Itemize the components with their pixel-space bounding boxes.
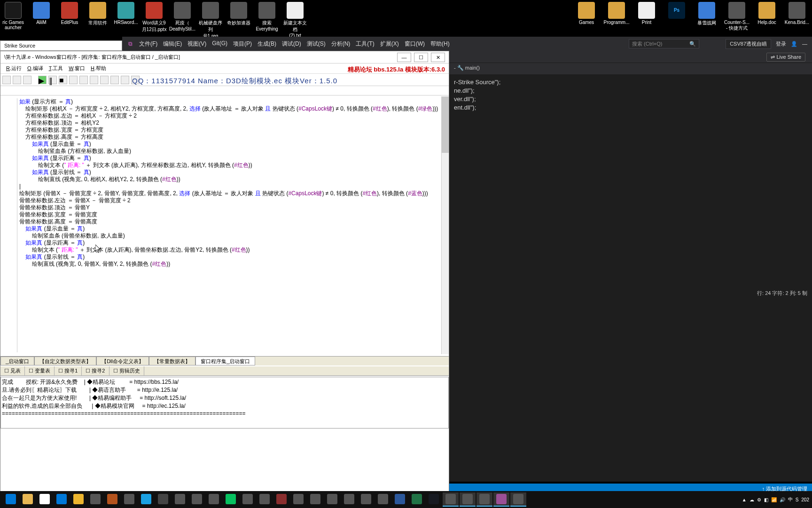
- vs-menu-item[interactable]: 文件(F): [136, 38, 160, 50]
- epl-tool-tab[interactable]: ☐ 剪辑历史: [109, 366, 144, 375]
- desktop-icon[interactable]: Word讲义9月12日.pptx: [141, 2, 167, 36]
- desktop-icon[interactable]: 机械硬盘序列号1.reg: [197, 2, 224, 36]
- taskbar-item-app12[interactable]: [324, 492, 340, 507]
- toolbar-button[interactable]: [23, 76, 31, 84]
- vs-breadcrumb[interactable]: - 🔧 main(): [449, 63, 812, 74]
- taskbar-item-vs[interactable]: [493, 492, 509, 507]
- taskbar-item-app11[interactable]: [307, 492, 323, 507]
- epl-tab[interactable]: 【自定义数据类型表】: [34, 357, 96, 365]
- desktop-icon[interactable]: HRSword...: [113, 2, 139, 36]
- desktop-icon[interactable]: Kena.Brid...: [784, 2, 810, 32]
- epl-tool-tab[interactable]: ☐ 搜寻2: [82, 366, 109, 375]
- taskbar-item-edge[interactable]: [3, 492, 19, 507]
- epl-tab[interactable]: 【常量数据表】: [149, 357, 195, 365]
- epl-menu-item[interactable]: W.窗口: [66, 64, 88, 73]
- close-button[interactable]: ✕: [431, 53, 445, 62]
- live-share-button[interactable]: ⇌ Live Share: [766, 53, 805, 62]
- vs-menu-item[interactable]: Git(G): [209, 38, 230, 50]
- taskbar-item-word[interactable]: [392, 492, 408, 507]
- taskbar-item-app19[interactable]: [510, 492, 526, 507]
- taskbar-item-explorer[interactable]: [20, 492, 36, 507]
- toolbar-button[interactable]: [100, 76, 109, 84]
- vs-menu-item[interactable]: 分析(N): [328, 38, 353, 50]
- epl-console[interactable]: 完成 授权: 开源&永久免费 | ◆精易论坛 = https://bbs.125…: [0, 377, 449, 429]
- desktop-icon[interactable]: Counter-S...- 快捷方式: [724, 2, 750, 32]
- vs-menu-item[interactable]: 调试(D): [279, 38, 304, 50]
- taskbar-item-app17[interactable]: [460, 492, 476, 507]
- taskbar-item-app7[interactable]: [206, 492, 222, 507]
- desktop-icon[interactable]: EditPlus: [56, 2, 83, 36]
- desktop-icon[interactable]: Ps: [664, 2, 690, 32]
- vs-menu-item[interactable]: 工具(T): [353, 38, 377, 50]
- vs-menu-item[interactable]: 生成(B): [255, 38, 279, 50]
- vs-search-box[interactable]: 搜索 (Ctrl+Q) 🔍: [629, 39, 699, 48]
- tray-icon[interactable]: S: [796, 497, 799, 502]
- taskbar-item-app8[interactable]: [240, 492, 256, 507]
- epl-tab[interactable]: _启动窗口: [0, 357, 34, 365]
- tray-icon[interactable]: ☁: [750, 497, 754, 502]
- minimize-button[interactable]: —: [397, 53, 411, 62]
- vs-user-icon[interactable]: 👤: [791, 41, 797, 47]
- epl-menu-item[interactable]: R.运行: [3, 64, 24, 73]
- vertical-scrollbar[interactable]: [441, 96, 449, 354]
- vs-config-dropdown[interactable]: CSV87透视自瞄: [726, 39, 771, 49]
- desktop-icon[interactable]: 搜索Everything: [254, 2, 280, 36]
- epl-menu-item[interactable]: O.编译: [24, 64, 46, 73]
- epl-menu-item[interactable]: H.帮助: [88, 64, 109, 73]
- taskbar-item-excel[interactable]: [409, 492, 425, 507]
- taskbar-item-app5[interactable]: [172, 492, 188, 507]
- vs-login-link[interactable]: 登录: [776, 40, 786, 48]
- toolbar-button[interactable]: [13, 76, 21, 84]
- system-tray[interactable]: ▲☁⚙◧📶🔊中S202: [742, 496, 809, 503]
- taskbar-item-app14[interactable]: [358, 492, 374, 507]
- desktop-icon[interactable]: Print: [633, 2, 660, 32]
- tray-icon[interactable]: ◧: [764, 497, 768, 502]
- desktop-icon[interactable]: AliiM: [28, 2, 55, 36]
- desktop-icon[interactable]: 奇妙加速器: [226, 2, 252, 36]
- taskbar-item-app4[interactable]: [155, 492, 171, 507]
- taskbar-item-wechat[interactable]: [223, 492, 239, 507]
- tray-icon[interactable]: 🔊: [780, 497, 785, 502]
- desktop-icon[interactable]: Help.doc: [754, 2, 780, 32]
- vs-menu-item[interactable]: 测试(S): [304, 38, 328, 50]
- pause-button[interactable]: ‖: [48, 76, 57, 84]
- epl-tab[interactable]: 窗口程序集_启动窗口: [195, 357, 255, 365]
- vs-editor[interactable]: - 🔧 main() r-Strike Source");ne.dll");ve…: [449, 63, 812, 482]
- stop-button[interactable]: ■: [59, 76, 67, 84]
- taskbar-item-app13[interactable]: [341, 492, 357, 507]
- desktop-icon[interactable]: 暴雪战网: [694, 2, 720, 32]
- epl-tab[interactable]: 【Dll命令定义表】: [96, 357, 149, 365]
- taskbar-item-store[interactable]: [37, 492, 53, 507]
- tray-icon[interactable]: 中: [788, 496, 793, 503]
- taskbar-item-app15[interactable]: [375, 492, 391, 507]
- epl-tool-tab[interactable]: ☐ 搜寻1: [55, 366, 82, 375]
- taskbar-item-app10[interactable]: [290, 492, 306, 507]
- vs-menu-item[interactable]: 扩展(X): [377, 38, 402, 50]
- vs-minimize-button[interactable]: —: [802, 41, 807, 47]
- taskbar-item-app2[interactable]: [104, 492, 120, 507]
- scrollbar-thumb[interactable]: [442, 96, 449, 153]
- desktop-icon[interactable]: 死疫（DeathlyStil...: [169, 2, 195, 36]
- desktop-icon[interactable]: Games: [573, 2, 600, 32]
- toolbar-button[interactable]: [121, 76, 129, 84]
- toolbar-button[interactable]: [69, 76, 78, 84]
- vs-menu-item[interactable]: 帮助(H): [428, 38, 453, 50]
- vs-menu-item[interactable]: 视图(V): [185, 38, 209, 50]
- taskbar-item-app9[interactable]: [257, 492, 273, 507]
- desktop-icon[interactable]: 常用软件: [85, 2, 111, 36]
- epl-titlebar[interactable]: \第十九课.e - Windows窗口程序 - [程序集: 窗口程序集_启动窗口…: [0, 51, 449, 64]
- taskbar-item-sys[interactable]: [273, 492, 289, 507]
- toolbar-button[interactable]: [2, 76, 11, 84]
- tray-icon[interactable]: 📶: [771, 497, 777, 502]
- run-button[interactable]: ▶: [38, 76, 47, 84]
- taskbar-item-app16[interactable]: [443, 492, 459, 507]
- epl-code-editor[interactable]: 如果 (显示方框 ＝ 真) 绘制矩形 (相机X － 方框宽度 ÷ 2, 相机Y2…: [1, 96, 448, 354]
- tray-icon[interactable]: ▲: [742, 497, 747, 502]
- taskbar-item-cortana[interactable]: [138, 492, 154, 507]
- taskbar-item-mail[interactable]: [54, 492, 70, 507]
- taskbar-item-app6[interactable]: [189, 492, 205, 507]
- vs-menu-item[interactable]: 项目(P): [230, 38, 255, 50]
- desktop-icon[interactable]: 新建文本文档(2).txt: [282, 2, 308, 36]
- toolbar-button[interactable]: [110, 76, 119, 84]
- taskbar-item-steam[interactable]: [426, 492, 442, 507]
